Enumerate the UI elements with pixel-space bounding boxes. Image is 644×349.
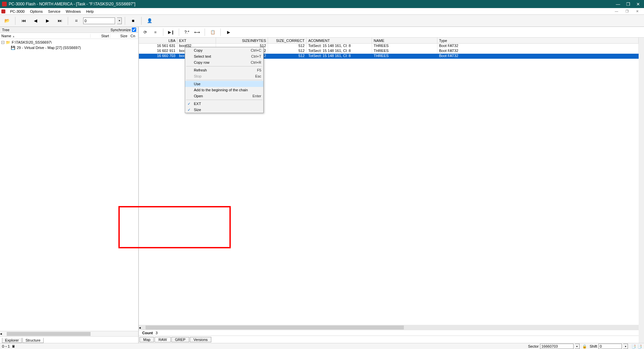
menu-help[interactable]: Help xyxy=(84,9,97,13)
tab-grep[interactable]: GREP xyxy=(171,337,189,342)
mdi-close[interactable]: ✕ xyxy=(633,9,641,13)
sector-label: Sector xyxy=(528,344,539,348)
ctx-open[interactable]: OpenEnter xyxy=(185,93,263,99)
right-v-scrollbar[interactable] xyxy=(639,38,644,343)
close-button[interactable]: ✕ xyxy=(636,2,640,7)
marker2-icon[interactable]: 📑 xyxy=(637,344,642,349)
ctx-copy-row[interactable]: Copy rowCtrl+R xyxy=(185,59,263,65)
shift-dropdown[interactable]: ▾ xyxy=(623,344,628,349)
shift-label: Shift xyxy=(590,344,597,348)
col-size[interactable]: Size xyxy=(111,34,129,38)
app-small-icon xyxy=(1,9,5,13)
app-icon xyxy=(2,2,7,6)
calc-icon[interactable]: 🖩 xyxy=(12,344,15,348)
menu-options[interactable]: Options xyxy=(27,9,45,13)
grid-body[interactable]: 16 561 631bootf32512512TotSect: 15 148 1… xyxy=(139,44,639,325)
title-bar: PC-3000 Flash - NORTH AMERICA - [Task - … xyxy=(0,0,644,8)
refresh-button[interactable]: ⟳ xyxy=(142,29,149,36)
menu-pc3000[interactable]: PC-3000 xyxy=(7,9,27,13)
tab-structure-left[interactable]: Structure xyxy=(22,338,44,343)
menu-service[interactable]: Service xyxy=(45,9,63,13)
ctx-select-text[interactable]: Select textCtrl+T xyxy=(185,53,263,59)
sector-dropdown[interactable]: ▾ xyxy=(575,344,580,349)
ctx-copy[interactable]: CopyCtrl+C xyxy=(185,47,263,53)
nav-prev-button[interactable]: ◀ xyxy=(31,16,41,26)
right-pane: ⟳ ■ ▶❙ ?:* ⟷ 📋 ▶ LBA EXT SIZEINBYTES SIZ… xyxy=(139,27,644,343)
wildcard-button[interactable]: ?:* xyxy=(183,29,191,36)
main-toolbar: 📂 ⏮ ◀ ▶ ⏭ ⌗ ▾ ■ 👤 xyxy=(0,15,644,27)
right-h-scrollbar[interactable]: ◂ xyxy=(139,325,639,330)
position-dropdown[interactable]: ▾ xyxy=(117,17,122,24)
window-title: PC-3000 Flash - NORTH AMERICA - [Task - … xyxy=(9,2,616,6)
ctx-stop: StopEsc xyxy=(185,73,263,79)
col-lba[interactable]: LBA xyxy=(139,38,177,43)
mdi-minimize[interactable]: — xyxy=(612,9,621,13)
col-start[interactable]: Start xyxy=(91,34,111,38)
ctx-refresh[interactable]: RefreshF5 xyxy=(185,67,263,73)
tree-root-row[interactable]: − 📁 F:\TASKS\20_SSS6697\ xyxy=(1,40,137,45)
tab-raw[interactable]: RAW xyxy=(155,337,170,342)
tree-root-label: F:\TASKS\20_SSS6697\ xyxy=(12,40,52,44)
sector-input[interactable] xyxy=(540,344,574,349)
grid-button[interactable]: ⌗ xyxy=(71,16,81,26)
left-h-scrollbar[interactable]: ◂ xyxy=(0,331,138,336)
ctx-use[interactable]: Use xyxy=(185,81,263,87)
col-sizeinbytes[interactable]: SIZEINBYTES xyxy=(216,38,268,43)
nav-first-button[interactable]: ⏮ xyxy=(18,16,29,26)
nav-next-button[interactable]: ▶ xyxy=(43,16,53,26)
mdi-restore[interactable]: ❐ xyxy=(623,9,631,13)
open-task-button[interactable]: 📂 xyxy=(2,16,12,26)
nav-last-button[interactable]: ⏭ xyxy=(55,16,65,26)
col-ext[interactable]: EXT xyxy=(177,38,216,43)
col-type[interactable]: Type xyxy=(437,38,639,43)
marker1-icon[interactable]: 📑 xyxy=(631,344,636,349)
hex-mode-icon[interactable]: 0→1 xyxy=(2,344,10,348)
minimize-button[interactable]: — xyxy=(616,2,620,7)
explorer-button[interactable]: 👤 xyxy=(145,16,155,26)
tree-label: Tree xyxy=(2,28,9,32)
copy-button[interactable]: 📋 xyxy=(209,29,216,36)
menu-bar: PC-3000 Options Service Windows Help — ❐… xyxy=(0,8,644,15)
col-sizecorrect[interactable]: SIZE_CORRECT xyxy=(268,38,307,43)
tree-child-row[interactable]: 💾 29 - Virtual Drive - Map [27] (SSS6697… xyxy=(1,45,137,50)
grid-header: LBA EXT SIZEINBYTES SIZE_CORRECT ACOMMEN… xyxy=(139,38,639,44)
run-button[interactable]: ▶ xyxy=(225,29,232,36)
ctx-ext[interactable]: EXT xyxy=(185,101,263,107)
tree-child-label: 29 - Virtual Drive - Map [27] (SSS6697) xyxy=(17,46,81,50)
col-acomment[interactable]: ACOMMENT xyxy=(307,38,372,43)
stop-button[interactable]: ■ xyxy=(128,16,138,26)
tab-versions[interactable]: Versions xyxy=(190,337,211,342)
count-value: 3 xyxy=(156,331,158,335)
tab-explorer[interactable]: Explorer xyxy=(2,338,22,343)
stop-grid-button[interactable]: ■ xyxy=(152,29,159,36)
shift-input[interactable] xyxy=(598,344,622,349)
sync-label: Synchronize xyxy=(110,28,131,32)
col-name[interactable]: Name xyxy=(1,34,11,38)
folder-icon: 📁 xyxy=(6,40,10,45)
col-cn[interactable]: Cn xyxy=(129,34,138,38)
count-label: Count xyxy=(142,331,153,335)
drive-icon: 💾 xyxy=(11,46,15,50)
lock-icon[interactable]: 🔒 xyxy=(582,344,587,349)
context-menu: CopyCtrl+C Select textCtrl+T Copy rowCtr… xyxy=(185,47,264,113)
play-button[interactable]: ▶❙ xyxy=(167,29,175,36)
sync-checkbox[interactable] xyxy=(132,28,136,32)
maximize-button[interactable]: ❐ xyxy=(626,2,630,7)
tab-map[interactable]: Map xyxy=(140,337,154,342)
left-pane: Tree Synchronize Name ▲ Start Size Cn − … xyxy=(0,27,139,343)
range-button[interactable]: ⟷ xyxy=(193,29,201,36)
ctx-add-begin[interactable]: Add to the beginning of the chain xyxy=(185,87,263,93)
ctx-size[interactable]: Size xyxy=(185,107,263,113)
position-input[interactable] xyxy=(83,17,115,24)
col-name-grid[interactable]: NAME xyxy=(372,38,437,43)
menu-windows[interactable]: Windows xyxy=(63,9,84,13)
hex-toolbar: 0→1 🖩 Sector ▾ 🔒 Shift ▾ 📑 📑 xyxy=(0,343,644,349)
collapse-icon[interactable]: − xyxy=(1,41,4,44)
